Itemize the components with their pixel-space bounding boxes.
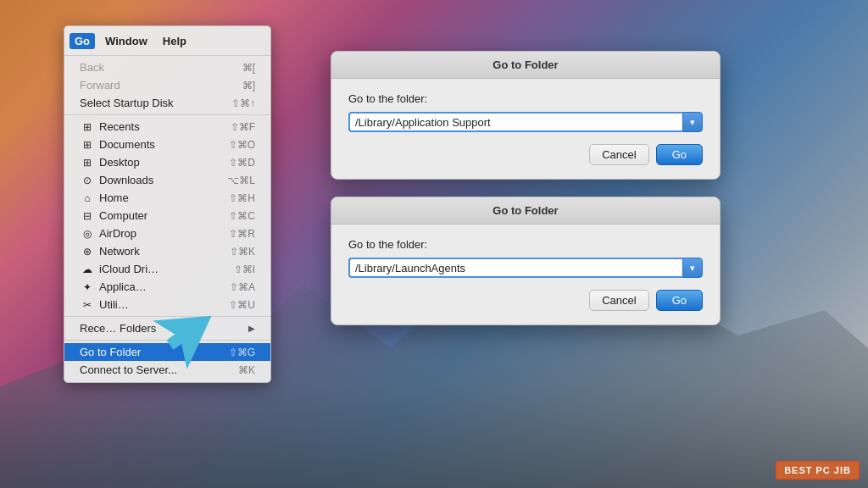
documents-label: Documents <box>99 138 229 151</box>
icloud-label: iCloud Dri… <box>99 263 234 275</box>
icloud-shortcut: ⇧⌘I <box>234 263 255 275</box>
dialog2-go-button[interactable]: Go <box>656 290 703 311</box>
utilities-icon: ✂ <box>80 299 95 311</box>
dialog1-input[interactable] <box>348 112 682 132</box>
applications-shortcut: ⇧⌘A <box>230 281 255 293</box>
home-icon: ⌂ <box>80 192 95 204</box>
back-shortcut: ⌘[ <box>242 62 255 74</box>
startup-disk-label: Select Startup Disk <box>80 97 231 109</box>
menu-divider-1 <box>64 114 270 115</box>
menu-item-desktop[interactable]: ⊞ Desktop ⇧⌘D <box>64 153 270 171</box>
recents-icon: ⊞ <box>80 121 95 133</box>
menu-item-airdrop[interactable]: ◎ AirDrop ⇧⌘R <box>64 225 270 242</box>
computer-shortcut: ⇧⌘C <box>229 210 255 222</box>
menu-item-home[interactable]: ⌂ Home ⇧⌘H <box>64 189 270 207</box>
documents-shortcut: ⇧⌘O <box>229 139 255 151</box>
go-to-folder-dialog-1: Go to Folder Go to the folder: ▾ Cancel … <box>331 51 721 180</box>
dialog1-label: Go to the folder: <box>348 92 703 105</box>
connect-server-label: Connect to Server... <box>80 363 238 376</box>
go-to-folder-shortcut: ⇧⌘G <box>229 347 255 358</box>
watermark-badge: BEST PC JIB <box>776 461 860 480</box>
dialog2-title: Go to Folder <box>492 204 558 217</box>
desktop-icon: ⊞ <box>80 157 95 169</box>
utilities-label: Utili… <box>99 298 229 311</box>
dialog1-dropdown-btn[interactable]: ▾ <box>682 112 703 132</box>
downloads-label: Downloads <box>99 174 227 186</box>
dialog1-title: Go to Folder <box>492 58 558 71</box>
network-shortcut: ⇧⌘K <box>230 246 255 258</box>
menu-item-computer[interactable]: ⊟ Computer ⇧⌘C <box>64 207 270 225</box>
documents-icon: ⊞ <box>80 139 95 151</box>
menu-divider-top <box>64 55 270 56</box>
dialog2-input[interactable] <box>348 258 682 278</box>
go-to-folder-label: Go to Folder <box>80 346 229 358</box>
dialog2-label: Go to the folder: <box>348 238 703 251</box>
applications-icon: ✦ <box>80 281 95 293</box>
help-menu-title[interactable]: Help <box>158 33 192 49</box>
menu-title-row: Go Window Help <box>64 30 270 53</box>
computer-label: Computer <box>99 209 229 222</box>
back-label: Back <box>80 61 242 74</box>
forward-shortcut: ⌘] <box>242 80 255 92</box>
recents-shortcut: ⇧⌘F <box>231 121 255 133</box>
menu-item-go-to-folder[interactable]: Go to Folder ⇧⌘G <box>64 343 270 361</box>
dialogs-container: Go to Folder Go to the folder: ▾ Cancel … <box>331 51 721 325</box>
applications-label: Applica… <box>99 280 230 293</box>
dialog2-cancel-button[interactable]: Cancel <box>589 290 648 311</box>
dialog2-buttons: Cancel Go <box>348 290 703 311</box>
downloads-icon: ⊙ <box>80 175 95 186</box>
go-to-folder-dialog-2: Go to Folder Go to the folder: ▾ Cancel … <box>331 197 721 325</box>
utilities-shortcut: ⇧⌘U <box>229 299 255 311</box>
menu-item-network[interactable]: ⊛ Network ⇧⌘K <box>64 242 270 260</box>
watermark-text: BEST PC JIB <box>784 465 851 475</box>
computer-icon: ⊟ <box>80 210 95 222</box>
home-label: Home <box>99 191 229 204</box>
dialog1-titlebar: Go to Folder <box>331 52 720 79</box>
dialog1-buttons: Cancel Go <box>348 144 703 165</box>
submenu-arrow-icon: ▶ <box>248 324 255 333</box>
menu-item-forward[interactable]: Forward ⌘] <box>64 76 270 94</box>
dialog2-body: Go to the folder: ▾ Cancel Go <box>331 225 720 324</box>
menu-item-utilities[interactable]: ✂ Utili… ⇧⌘U <box>64 296 270 313</box>
airdrop-shortcut: ⇧⌘R <box>229 228 255 240</box>
icloud-icon: ☁ <box>80 263 95 275</box>
home-shortcut: ⇧⌘H <box>229 192 255 204</box>
desktop-shortcut: ⇧⌘D <box>229 157 255 169</box>
window-menu-title[interactable]: Window <box>100 33 153 49</box>
menu-item-applications[interactable]: ✦ Applica… ⇧⌘A <box>64 278 270 296</box>
network-icon: ⊛ <box>80 246 95 258</box>
startup-disk-shortcut: ⇧⌘↑ <box>231 97 255 109</box>
forward-label: Forward <box>80 79 242 92</box>
menu-item-icloud[interactable]: ☁ iCloud Dri… ⇧⌘I <box>64 260 270 278</box>
airdrop-icon: ◎ <box>80 228 95 240</box>
menu-item-documents[interactable]: ⊞ Documents ⇧⌘O <box>64 136 270 153</box>
dialog1-go-button[interactable]: Go <box>656 144 703 165</box>
dialog2-input-row: ▾ <box>348 258 703 278</box>
menu-item-startup-disk[interactable]: Select Startup Disk ⇧⌘↑ <box>64 94 270 112</box>
connect-server-shortcut: ⌘K <box>238 364 255 376</box>
dialog2-dropdown-btn[interactable]: ▾ <box>682 258 703 278</box>
menu-item-connect-server[interactable]: Connect to Server... ⌘K <box>64 361 270 379</box>
menu-item-downloads[interactable]: ⊙ Downloads ⌥⌘L <box>64 171 270 189</box>
airdrop-label: AirDrop <box>99 227 229 240</box>
dialog2-titlebar: Go to Folder <box>331 197 720 225</box>
go-menu-title[interactable]: Go <box>70 33 95 49</box>
downloads-shortcut: ⌥⌘L <box>227 175 255 186</box>
dialog1-body: Go to the folder: ▾ Cancel Go <box>331 79 720 179</box>
menu-item-recents[interactable]: ⊞ Recents ⇧⌘F <box>64 118 270 136</box>
dialog1-input-row: ▾ <box>348 112 703 132</box>
recents-label: Recents <box>99 120 231 133</box>
network-label: Network <box>99 245 230 258</box>
menu-divider-2 <box>64 316 270 317</box>
desktop-label: Desktop <box>99 156 229 169</box>
dialog1-cancel-button[interactable]: Cancel <box>589 144 648 165</box>
menu-item-back[interactable]: Back ⌘[ <box>64 58 270 76</box>
